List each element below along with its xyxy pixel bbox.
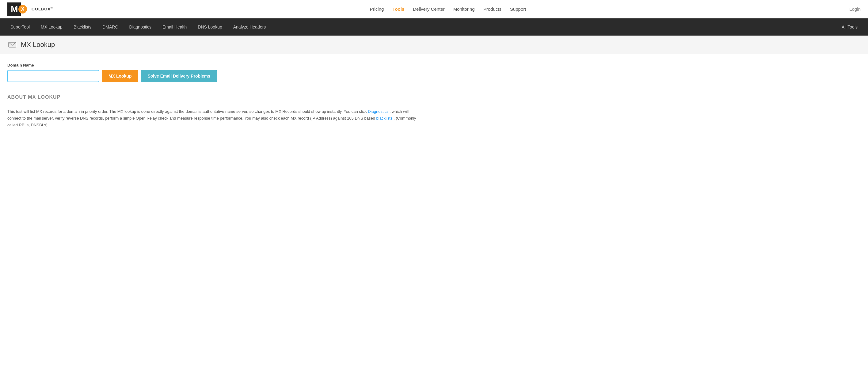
tool-nav-analyze-headers[interactable]: Analyze Headers	[228, 19, 272, 36]
top-navigation: M X TOOLBOX® Pricing Tools Delivery Cent…	[0, 0, 868, 19]
tool-nav-email-health[interactable]: Email Health	[157, 19, 192, 36]
domain-label: Domain Name	[7, 63, 422, 67]
top-nav-links: Pricing Tools Delivery Center Monitoring…	[370, 6, 526, 12]
tool-nav-links: SuperTool MX Lookup Blacklists DMARC Dia…	[5, 19, 271, 36]
envelope-icon	[7, 40, 17, 50]
tool-nav-diagnostics[interactable]: Diagnostics	[124, 19, 157, 36]
nav-monitoring[interactable]: Monitoring	[453, 6, 475, 12]
page-title: MX Lookup	[21, 41, 55, 49]
tool-nav-dmarc[interactable]: DMARC	[97, 19, 124, 36]
nav-products[interactable]: Products	[483, 6, 501, 12]
solve-delivery-button[interactable]: Solve Email Delivery Problems	[141, 70, 217, 82]
nav-delivery-center[interactable]: Delivery Center	[413, 6, 444, 12]
diagnostics-link[interactable]: Diagnostics	[368, 109, 388, 114]
top-nav-right: Login	[843, 3, 861, 15]
about-section: ABOUT MX LOOKUP This test will list MX r…	[7, 94, 422, 128]
login-button[interactable]: Login	[849, 6, 861, 12]
tool-nav-dns-lookup[interactable]: DNS Lookup	[192, 19, 227, 36]
nav-divider	[843, 3, 843, 15]
logo-toolbox-text: TOOLBOX®	[29, 6, 53, 11]
nav-tools[interactable]: Tools	[392, 6, 404, 12]
domain-input[interactable]	[7, 70, 99, 82]
about-text-part1: This test will list MX records for a dom…	[7, 109, 368, 114]
tool-nav-blacklists[interactable]: Blacklists	[68, 19, 97, 36]
blacklists-link[interactable]: blacklists	[376, 116, 393, 121]
form-row: MX Lookup Solve Email Delivery Problems	[7, 70, 422, 82]
page-header: MX Lookup	[0, 36, 868, 54]
tool-navigation: SuperTool MX Lookup Blacklists DMARC Dia…	[0, 19, 868, 36]
logo-x-circle: X	[19, 5, 27, 13]
mx-lookup-button[interactable]: MX Lookup	[102, 70, 138, 82]
about-text: This test will list MX records for a dom…	[7, 108, 422, 128]
main-content: Domain Name MX Lookup Solve Email Delive…	[0, 54, 429, 137]
about-title: ABOUT MX LOOKUP	[7, 94, 422, 100]
tool-nav-supertool[interactable]: SuperTool	[5, 19, 35, 36]
tool-nav-mx-lookup[interactable]: MX Lookup	[35, 19, 68, 36]
about-divider	[7, 103, 422, 103]
logo-area: M X TOOLBOX®	[7, 2, 53, 16]
logo-link[interactable]: M X TOOLBOX®	[7, 2, 53, 16]
nav-support[interactable]: Support	[510, 6, 526, 12]
tool-nav-all-tools[interactable]: All Tools	[836, 19, 863, 36]
nav-pricing[interactable]: Pricing	[370, 6, 384, 12]
